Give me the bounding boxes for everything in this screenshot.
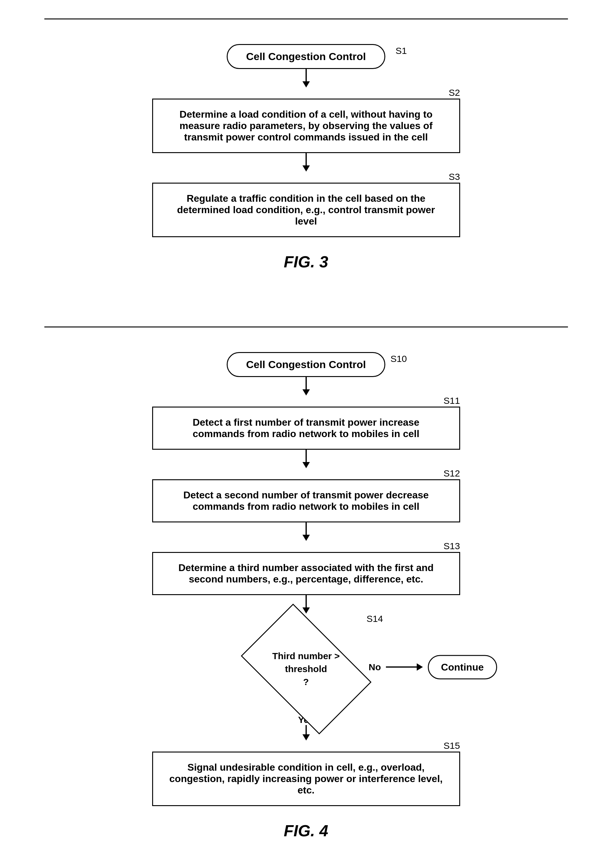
fig4-label: FIG. 4 xyxy=(284,822,328,840)
divider xyxy=(44,327,568,327)
arrow-line xyxy=(305,153,307,166)
arrow-head xyxy=(302,535,310,541)
no-arrow-head xyxy=(417,663,423,671)
s14-diamond-text: Third number > threshold ? xyxy=(272,649,340,688)
s14-diamond-section: S14 Third number > threshold ? Yes No xyxy=(91,614,522,725)
no-branch: No Continue xyxy=(369,655,497,679)
no-label: No xyxy=(369,662,381,673)
s14-line2: threshold xyxy=(285,664,327,674)
arrow-head xyxy=(302,81,310,87)
arrow-s2-s3 xyxy=(302,153,310,172)
s11-wrapper: S11 Detect a first number of transmit po… xyxy=(152,395,460,450)
s12-process-row: Detect a second number of transmit power… xyxy=(152,479,460,522)
arrow-s12-s13 xyxy=(302,522,310,541)
s12-process: Detect a second number of transmit power… xyxy=(152,479,460,522)
s14-diamond-container: S14 Third number > threshold ? Yes xyxy=(229,614,383,725)
arrow-line xyxy=(305,450,307,462)
s2-wrapper: S2 Determine a load condition of a cell,… xyxy=(152,87,460,153)
s15-label-row: S15 xyxy=(152,741,460,751)
s10-terminal-row: Cell Congestion Control S10 xyxy=(227,352,385,377)
s3-step-label: S3 xyxy=(449,172,460,182)
s14-line3: ? xyxy=(303,677,308,687)
s14-step-label: S14 xyxy=(367,614,383,624)
s13-step-label: S13 xyxy=(443,541,460,551)
s13-label-row: S13 xyxy=(152,541,460,551)
no-arrow-line xyxy=(386,666,417,668)
s10-terminal: Cell Congestion Control xyxy=(227,352,385,377)
s12-step-label: S12 xyxy=(443,468,460,479)
arrow-line xyxy=(305,725,307,734)
s2-process-row: Determine a load condition of a cell, wi… xyxy=(152,99,460,153)
s15-wrapper: S15 Signal undesirable condition in cell… xyxy=(152,741,460,806)
arrow-s13-s14 xyxy=(302,595,310,614)
s10-label: S10 xyxy=(390,353,407,364)
s3-label-row: S3 xyxy=(152,172,460,182)
arrow-head xyxy=(302,462,310,468)
s15-process: Signal undesirable condition in cell, e.… xyxy=(152,752,460,806)
arrow-line xyxy=(305,377,307,389)
no-arrow xyxy=(386,663,423,671)
top-border xyxy=(44,19,568,19)
s12-wrapper: S12 Detect a second number of transmit p… xyxy=(152,468,460,522)
s10-wrapper: Cell Congestion Control S10 xyxy=(227,352,385,377)
s14-diamond-wrapper: Third number > threshold ? xyxy=(242,626,371,712)
s1-label: S1 xyxy=(395,46,407,56)
s11-process-row: Detect a first number of transmit power … xyxy=(152,406,460,450)
s1-terminal-row: Cell Congestion Control S1 xyxy=(227,44,385,69)
s3-process: Regulate a traffic condition in the cell… xyxy=(152,183,460,237)
arrow-line xyxy=(305,595,307,608)
fig4-container: Cell Congestion Control S10 S11 Detect a… xyxy=(31,352,581,852)
s15-step-label: S15 xyxy=(443,741,460,751)
s1-terminal: Cell Congestion Control xyxy=(227,44,385,69)
s2-step-label: S2 xyxy=(449,87,460,98)
s11-step-label: S11 xyxy=(443,395,460,406)
page: Cell Congestion Control S1 S2 Determine … xyxy=(0,0,612,868)
s11-process: Detect a first number of transmit power … xyxy=(152,406,460,450)
arrow-s14-s15 xyxy=(302,725,310,741)
s13-process-row: Determine a third number associated with… xyxy=(152,552,460,595)
s13-wrapper: S13 Determine a third number associated … xyxy=(152,541,460,595)
s3-wrapper: S3 Regulate a traffic condition in the c… xyxy=(152,172,460,237)
continue-oval: Continue xyxy=(428,655,497,679)
fig3-label: FIG. 3 xyxy=(284,253,328,271)
arrow-line xyxy=(305,69,307,81)
s15-process-row: Signal undesirable condition in cell, e.… xyxy=(152,752,460,806)
arrow-head xyxy=(302,734,310,741)
arrow-line xyxy=(305,522,307,535)
arrow-head xyxy=(302,608,310,614)
s12-label-row: S12 xyxy=(152,468,460,479)
fig3-container: Cell Congestion Control S1 S2 Determine … xyxy=(31,44,581,284)
arrow-head xyxy=(302,166,310,172)
s14-line1: Third number > xyxy=(272,651,340,661)
arrow-s1-s2 xyxy=(302,69,310,87)
s11-label-row: S11 xyxy=(152,395,460,406)
arrow-head xyxy=(302,389,310,395)
s1-wrapper: Cell Congestion Control S1 xyxy=(227,44,385,69)
s2-process: Determine a load condition of a cell, wi… xyxy=(152,99,460,153)
s2-label-row: S2 xyxy=(152,87,460,98)
arrow-s11-s12 xyxy=(302,450,310,468)
s3-process-row: Regulate a traffic condition in the cell… xyxy=(152,183,460,237)
arrow-s10-s11 xyxy=(302,377,310,395)
s13-process: Determine a third number associated with… xyxy=(152,552,460,595)
